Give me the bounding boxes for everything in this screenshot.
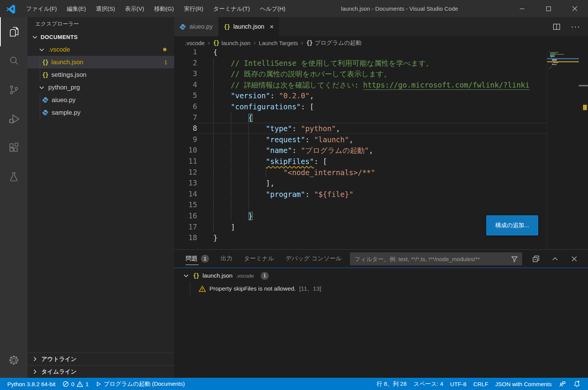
panel-tab-出力[interactable]: 出力 bbox=[220, 250, 232, 268]
add-configuration-button[interactable]: 構成の追加... bbox=[486, 215, 538, 236]
tree-item-.vscode[interactable]: .vscode bbox=[28, 43, 174, 56]
language-mode[interactable]: JSON with Comments bbox=[492, 381, 555, 387]
panel-tab-label: ターミナル bbox=[244, 255, 274, 263]
breadcrumb[interactable]: .vscode›{}launch.json›Launch Targets›{}プ… bbox=[174, 36, 588, 49]
eol-sequence[interactable]: CRLF bbox=[470, 381, 492, 387]
menu-ファイル(F)[interactable]: ファイル(F) bbox=[21, 0, 62, 17]
tree-item-aiueo.py[interactable]: aiueo.py bbox=[28, 94, 174, 106]
indent-guide bbox=[213, 101, 214, 112]
token: "request" bbox=[266, 135, 305, 144]
menu-実行(R)[interactable]: 実行(R) bbox=[179, 0, 208, 17]
sidebar-explorer: エクスプローラー DOCUMENTS .vscode{}launch.json1… bbox=[28, 17, 174, 378]
timeline-section[interactable]: タイムライン bbox=[28, 365, 174, 378]
close-panel-icon[interactable] bbox=[570, 255, 578, 263]
source-control-icon[interactable] bbox=[0, 75, 28, 104]
indent-guide bbox=[248, 156, 249, 166]
breadcrumb-item-launch.json[interactable]: {}launch.json bbox=[213, 39, 250, 46]
editor-group: aiueo.py{}launch.json× ··· .vscode›{}lau… bbox=[174, 17, 588, 378]
line-content: "configurations": [ bbox=[197, 101, 579, 112]
token: : [ bbox=[301, 102, 314, 111]
indent-guide bbox=[231, 178, 231, 188]
menu-移動(G)[interactable]: 移動(G) bbox=[149, 0, 179, 17]
test-beaker-icon[interactable] bbox=[0, 162, 28, 192]
close-window-button[interactable] bbox=[562, 0, 588, 17]
filter-input[interactable] bbox=[354, 256, 511, 262]
launch-config[interactable]: プログラムの起動 (Documents) bbox=[92, 380, 188, 388]
tree-item-sample.py[interactable]: sample.py bbox=[28, 106, 174, 119]
token bbox=[213, 190, 266, 198]
indentation[interactable]: スペース: 4 bbox=[410, 380, 447, 388]
tree-item-launch.json[interactable]: {}launch.json1 bbox=[28, 56, 174, 68]
problem-file-group[interactable]: {} launch.json .vscode 1 bbox=[174, 269, 588, 282]
menu-選択(S)[interactable]: 選択(S) bbox=[91, 0, 120, 17]
cursor-position[interactable]: 行 8、列 28 bbox=[373, 380, 410, 388]
encoding[interactable]: UTF-8 bbox=[447, 381, 470, 387]
panel-tab-ターミナル[interactable]: ターミナル bbox=[244, 250, 274, 268]
collapse-all-icon[interactable] bbox=[532, 255, 540, 263]
token: "type" bbox=[266, 124, 292, 133]
panel-tab-問題[interactable]: 問題1 bbox=[186, 250, 209, 268]
code-editor[interactable]: 1{2 // IntelliSense を使用して利用可能な属性を学べます。3 … bbox=[174, 49, 588, 249]
filter-funnel-icon[interactable] bbox=[511, 255, 518, 263]
extensions-icon[interactable] bbox=[0, 133, 28, 162]
code-line-2: 2 // IntelliSense を使用して利用可能な属性を学べます。 bbox=[174, 57, 579, 68]
token: "${file}" bbox=[314, 190, 353, 198]
menu-編集(E)[interactable]: 編集(E) bbox=[62, 0, 91, 17]
tree-item-python_prg[interactable]: python_prg bbox=[28, 81, 174, 94]
section-documents[interactable]: DOCUMENTS bbox=[28, 31, 174, 43]
settings-gear-icon[interactable] bbox=[0, 346, 28, 375]
indent-guide bbox=[266, 167, 266, 177]
minimap[interactable] bbox=[547, 49, 579, 249]
outline-section[interactable]: アウトライン bbox=[28, 353, 174, 365]
indent-guide bbox=[248, 145, 249, 155]
indent-guide bbox=[231, 167, 231, 177]
indent-guide bbox=[248, 134, 249, 145]
line-content: "<node_internals>/**" bbox=[197, 167, 579, 178]
line-number: 14 bbox=[174, 188, 197, 200]
run-debug-icon[interactable] bbox=[0, 104, 28, 133]
tree-item-settings.json[interactable]: {}settings.json bbox=[28, 68, 174, 81]
line-number: 18 bbox=[174, 232, 197, 243]
split-editor-icon[interactable] bbox=[552, 23, 561, 31]
breadcrumb-item-Launch Targets[interactable]: Launch Targets bbox=[259, 40, 298, 46]
json-file-icon: {} bbox=[213, 39, 219, 46]
tab-launch.json[interactable]: {}launch.json× bbox=[219, 17, 280, 36]
problem-item[interactable]: Property skipFiles is not allowed.[11、13… bbox=[174, 282, 588, 295]
breadcrumb-item-プログラムの起動[interactable]: {}プログラムの起動 bbox=[306, 39, 361, 47]
explorer-icon[interactable] bbox=[0, 17, 28, 46]
token: , bbox=[349, 135, 353, 144]
tree-item-label: settings.json bbox=[51, 71, 87, 78]
panel-tab-label: 問題 bbox=[186, 255, 198, 263]
feedback-icon[interactable] bbox=[555, 380, 570, 388]
panel-tab-デバッグ コンソール[interactable]: デバッグ コンソール bbox=[286, 250, 342, 268]
indent-guide bbox=[248, 123, 249, 133]
minimize-button[interactable] bbox=[509, 0, 535, 17]
problems-filter[interactable] bbox=[350, 252, 522, 265]
indent-guide bbox=[248, 200, 249, 210]
breadcrumb-item-.vscode[interactable]: .vscode bbox=[185, 40, 205, 46]
problems-summary[interactable]: 0 1 bbox=[59, 381, 92, 387]
python-interpreter[interactable]: Python 3.8.2 64-bit bbox=[4, 381, 59, 387]
close-tab-icon[interactable]: × bbox=[270, 23, 274, 31]
ruler-cursor-mark bbox=[579, 85, 588, 86]
warning-count-badge: 1 bbox=[164, 59, 167, 65]
more-actions-icon[interactable]: ··· bbox=[571, 25, 580, 29]
menu-ターミナル(T)[interactable]: ターミナル(T) bbox=[208, 0, 255, 17]
code-line-1: 1{ bbox=[174, 49, 579, 57]
token: ] bbox=[231, 223, 235, 231]
activity-bar bbox=[0, 17, 28, 378]
menu-ヘルプ(H)[interactable]: ヘルプ(H) bbox=[255, 0, 291, 17]
maximize-panel-icon[interactable] bbox=[551, 255, 559, 263]
code-line-10: 10 "name": "プログラムの起動", bbox=[174, 145, 579, 156]
indent-guide bbox=[231, 211, 231, 221]
search-icon[interactable] bbox=[0, 46, 28, 75]
tab-aiueo.py[interactable]: aiueo.py bbox=[174, 17, 219, 36]
minimap-line bbox=[549, 68, 578, 70]
token bbox=[213, 124, 266, 133]
notifications-bell-icon[interactable] bbox=[570, 380, 584, 388]
maximize-button[interactable] bbox=[535, 0, 562, 17]
line-content: "skipFiles": [ bbox=[197, 156, 579, 167]
menu-表示(V)[interactable]: 表示(V) bbox=[120, 0, 149, 17]
warning-icon bbox=[199, 285, 206, 292]
panel-header: 問題1出力ターミナルデバッグ コンソール bbox=[174, 250, 588, 268]
